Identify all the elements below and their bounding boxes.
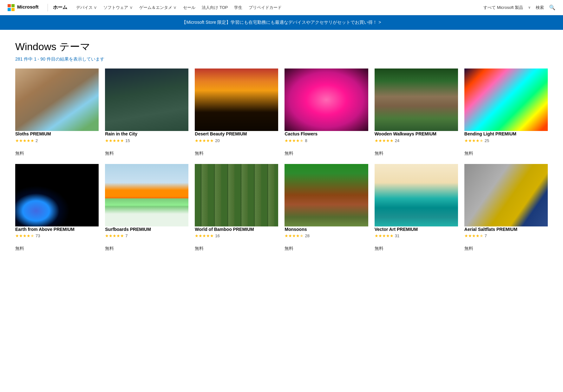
- theme-review-count: 7: [485, 233, 487, 238]
- theme-item[interactable]: Wooden Walkways PREMIUM ★★★★★ 24 無料: [375, 69, 458, 156]
- header: Microsoft ホーム デバイス ∨ ソフトウェア ∨ ゲーム＆エンタメ ∨…: [0, 0, 563, 15]
- theme-review-count: 73: [36, 233, 40, 238]
- theme-review-count: 15: [125, 138, 130, 143]
- theme-item[interactable]: Bending Light PREMIUM ★★★★★ 25 無料: [464, 69, 548, 156]
- theme-rating: ★★★★★ 28: [285, 233, 368, 238]
- theme-review-count: 7: [125, 233, 128, 238]
- theme-thumbnail: [195, 69, 278, 131]
- theme-image: [285, 69, 368, 131]
- theme-rating: ★★★★★ 2: [15, 138, 99, 143]
- theme-rating: ★★★★★ 16: [195, 233, 278, 238]
- star-icons: ★★★★★: [195, 138, 214, 143]
- theme-price: 無料: [375, 151, 458, 156]
- theme-image: [15, 69, 99, 131]
- theme-thumbnail: [15, 164, 99, 226]
- theme-image: [375, 69, 458, 131]
- star-icons: ★★★★★: [464, 138, 483, 143]
- theme-price: 無料: [105, 246, 188, 252]
- theme-name: Vector Art PREMIUM: [375, 226, 458, 232]
- theme-item[interactable]: Surfboards PREMIUM ★★★★★ 7 無料: [105, 164, 188, 252]
- theme-item[interactable]: Earth from Above PREMIUM ★★★★★ 73 無料: [15, 164, 99, 252]
- theme-item[interactable]: Vector Art PREMIUM ★★★★★ 31 無料: [375, 164, 458, 252]
- theme-price: 無料: [285, 246, 368, 252]
- nav-devices[interactable]: デバイス ∨: [74, 3, 100, 12]
- theme-name: Rain in the City: [105, 131, 188, 137]
- search-label[interactable]: 検索: [536, 5, 544, 10]
- theme-price: 無料: [195, 151, 278, 156]
- header-right: すべて Microsoft 製品 ∨ 検索 🔍: [483, 4, 555, 10]
- theme-rating: ★★★★★ 7: [464, 233, 548, 238]
- theme-thumbnail: [285, 69, 368, 131]
- microsoft-logo[interactable]: Microsoft: [8, 4, 39, 11]
- theme-review-count: 16: [215, 233, 219, 238]
- theme-price: 無料: [464, 246, 548, 252]
- search-icon[interactable]: 🔍: [549, 4, 555, 10]
- theme-image: [285, 164, 368, 226]
- theme-name: Monsoons: [285, 226, 368, 232]
- main-content: Windows テーマ 281 件中 1 - 90 件目の結果を表示しています …: [0, 30, 563, 262]
- theme-thumbnail: [375, 69, 458, 131]
- theme-price: 無料: [195, 246, 278, 252]
- theme-review-count: 8: [305, 138, 307, 143]
- star-icons: ★★★★★: [15, 233, 34, 238]
- svg-rect-3: [11, 8, 15, 11]
- theme-thumbnail: [464, 69, 548, 131]
- theme-item[interactable]: Sloths PREMIUM ★★★★★ 2 無料: [15, 69, 99, 156]
- nav-prepaid[interactable]: プリペイドカード: [246, 3, 284, 12]
- theme-review-count: 2: [36, 138, 38, 143]
- header-divider: [48, 4, 48, 11]
- theme-thumbnail: [195, 164, 278, 226]
- theme-item[interactable]: Desert Beauty PREMIUM ★★★★★ 20 無料: [195, 69, 278, 156]
- svg-rect-1: [11, 4, 15, 7]
- theme-review-count: 24: [395, 138, 399, 143]
- star-icons: ★★★★★: [375, 138, 394, 143]
- theme-rating: ★★★★★ 25: [464, 138, 548, 143]
- theme-rating: ★★★★★ 73: [15, 233, 99, 238]
- theme-review-count: 20: [215, 138, 219, 143]
- theme-rating: ★★★★★ 15: [105, 138, 188, 143]
- theme-name: Bending Light PREMIUM: [464, 131, 548, 137]
- theme-price: 無料: [105, 151, 188, 156]
- theme-name: Surfboards PREMIUM: [105, 226, 188, 232]
- theme-price: 無料: [464, 151, 548, 156]
- promo-banner[interactable]: 【Microsoft Store 限定】学習にも在宅勤務にも最適なデバイスやアク…: [0, 15, 563, 30]
- theme-thumbnail: [15, 69, 99, 131]
- nav-home[interactable]: ホーム: [53, 4, 67, 10]
- nav-business[interactable]: 法人向け TOP: [199, 3, 230, 12]
- theme-image: [105, 69, 188, 131]
- theme-name: Sloths PREMIUM: [15, 131, 99, 137]
- theme-name: Cactus Flowers: [285, 131, 368, 137]
- star-icons: ★★★★★: [105, 233, 124, 238]
- nav-games[interactable]: ゲーム＆エンタメ ∨: [137, 3, 180, 12]
- theme-image: [15, 164, 99, 226]
- all-products-link[interactable]: すべて Microsoft 製品: [483, 5, 523, 10]
- nav-software[interactable]: ソフトウェア ∨: [101, 3, 135, 12]
- star-icons: ★★★★★: [195, 233, 214, 238]
- banner-arrow: >: [378, 20, 381, 25]
- theme-thumbnail: [105, 69, 188, 131]
- theme-price: 無料: [375, 246, 458, 252]
- star-icons: ★★★★★: [15, 138, 34, 143]
- theme-item[interactable]: Aerial Saltflats PREMIUM ★★★★★ 7 無料: [464, 164, 548, 252]
- theme-thumbnail: [375, 164, 458, 226]
- star-icons: ★★★★★: [285, 233, 304, 238]
- theme-image: [195, 164, 278, 226]
- theme-review-count: 28: [305, 233, 309, 238]
- theme-name: Desert Beauty PREMIUM: [195, 131, 278, 137]
- theme-name: Wooden Walkways PREMIUM: [375, 131, 458, 137]
- nav-student[interactable]: 学生: [232, 3, 245, 12]
- theme-rating: ★★★★★ 7: [105, 233, 188, 238]
- theme-item[interactable]: Monsoons ★★★★★ 28 無料: [285, 164, 368, 252]
- theme-review-count: 31: [395, 233, 399, 238]
- result-count: 281 件中 1 - 90 件目の結果を表示しています: [15, 56, 548, 62]
- microsoft-text: Microsoft: [17, 4, 39, 11]
- theme-price: 無料: [15, 151, 99, 156]
- theme-item[interactable]: Rain in the City ★★★★★ 15 無料: [105, 69, 188, 156]
- theme-item[interactable]: Cactus Flowers ★★★★★ 8 無料: [285, 69, 368, 156]
- theme-item[interactable]: World of Bamboo PREMIUM ★★★★★ 16 無料: [195, 164, 278, 252]
- nav-menu: デバイス ∨ ソフトウェア ∨ ゲーム＆エンタメ ∨ セール 法人向け TOP …: [74, 3, 484, 12]
- svg-rect-2: [8, 8, 11, 11]
- nav-sale[interactable]: セール: [180, 3, 198, 12]
- theme-image: [375, 164, 458, 226]
- theme-rating: ★★★★★ 20: [195, 138, 278, 143]
